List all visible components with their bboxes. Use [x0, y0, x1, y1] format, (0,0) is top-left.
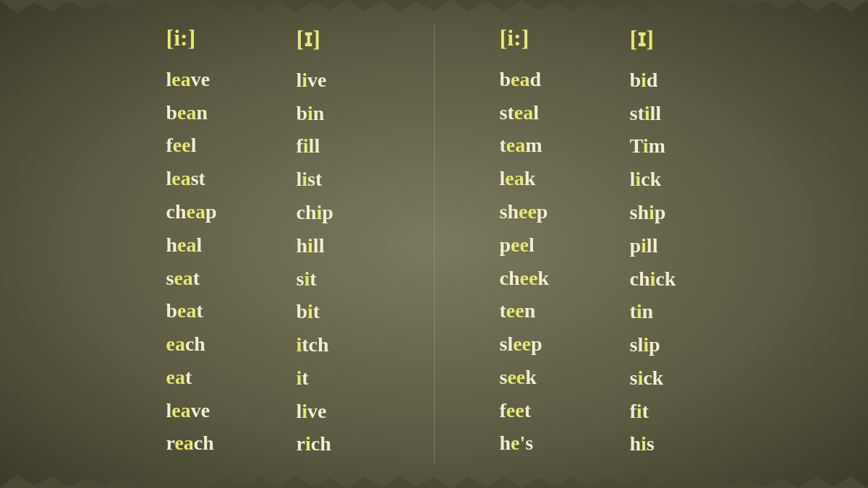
list-item: lick: [630, 166, 662, 193]
left-col2-header: [ɪ]: [297, 25, 320, 52]
left-col1-header: [i:]: [166, 25, 196, 51]
list-item: feel: [166, 132, 197, 159]
main-content: [i:] leave bean feel least cheap heal se…: [123, 10, 746, 479]
list-item: sleep: [500, 330, 542, 358]
list-item: feet: [500, 397, 532, 424]
list-item: leave: [166, 66, 210, 93]
list-item: cheek: [500, 265, 549, 292]
list-item: bean: [166, 99, 208, 127]
list-item: leak: [500, 165, 536, 192]
list-item: he's: [500, 429, 534, 457]
list-item: teen: [500, 297, 536, 325]
list-item: his: [630, 430, 655, 458]
list-item: seat: [166, 265, 200, 292]
list-item: eat: [166, 364, 192, 391]
left-word-group: [i:] leave bean feel least cheap heal se…: [166, 25, 369, 464]
list-item: beat: [166, 297, 203, 325]
list-item: sit: [297, 265, 317, 293]
list-item: each: [166, 330, 205, 358]
right-word-group: [i:] bead steal team leak sheep peel che…: [500, 25, 702, 464]
list-item: slip: [630, 331, 660, 359]
list-item: chip: [297, 199, 333, 226]
list-item: sick: [630, 364, 664, 392]
list-item: reach: [166, 429, 214, 457]
list-item: it: [297, 364, 309, 392]
right-col1-header: [i:]: [500, 25, 529, 51]
left-col2: [ɪ] live bin fill list chip hill sit bit…: [297, 25, 369, 464]
left-col1: [i:] leave bean feel least cheap heal se…: [166, 25, 239, 464]
background: [i:] leave bean feel least cheap heal se…: [0, 0, 868, 488]
list-item: chick: [630, 265, 676, 293]
right-col2-header: [ɪ]: [630, 25, 654, 52]
list-item: fit: [630, 398, 649, 425]
list-item: peel: [500, 231, 535, 259]
list-item: itch: [297, 331, 329, 359]
list-item: tin: [630, 298, 654, 325]
list-item: still: [630, 100, 662, 127]
list-item: leave: [166, 397, 210, 424]
list-item: live: [297, 398, 327, 425]
list-item: cheap: [166, 198, 217, 226]
list-item: team: [500, 132, 542, 159]
list-item: ship: [630, 199, 666, 226]
list-item: bid: [630, 67, 658, 94]
list-item: bead: [500, 66, 542, 93]
list-item: hill: [297, 232, 325, 260]
column-separator: [434, 25, 435, 464]
list-item: bit: [297, 298, 320, 325]
list-item: list: [297, 166, 323, 193]
list-item: pill: [630, 232, 658, 260]
list-item: fill: [297, 132, 320, 160]
list-item: Tim: [630, 132, 665, 160]
list-item: heal: [166, 231, 203, 259]
list-item: steal: [500, 99, 539, 127]
list-item: bin: [297, 100, 325, 127]
list-item: sheep: [500, 198, 548, 226]
list-item: live: [297, 67, 327, 94]
right-col2: [ɪ] bid still Tim lick ship pill chick t…: [630, 25, 702, 464]
list-item: rich: [297, 430, 331, 458]
list-item: seek: [500, 364, 537, 391]
right-col1: [i:] bead steal team leak sheep peel che…: [500, 25, 572, 464]
list-item: least: [166, 165, 205, 192]
